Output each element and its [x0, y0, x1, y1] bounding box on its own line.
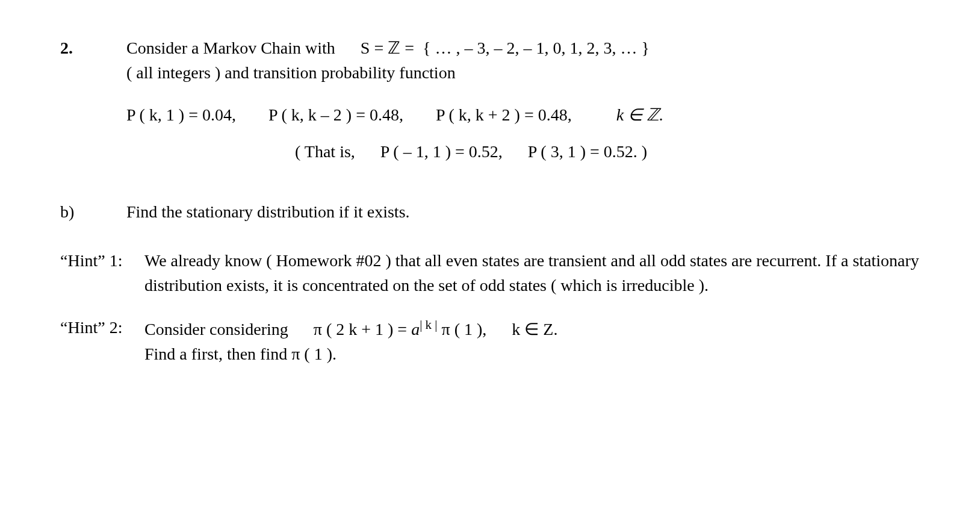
eq-p-k-km2: P ( k, k – 2 ) = 0.48, [268, 105, 403, 124]
eq-p-k-kp2: P ( k, k + 2 ) = 0.48, [436, 105, 572, 124]
hint-1-label: “Hint” 1: [60, 249, 144, 298]
part-b-label: b) [60, 200, 126, 225]
part-b-block: b) Find the stationary distribution if i… [60, 200, 920, 225]
hint-2-line-2: Find a first, then find π ( 1 ). [144, 342, 920, 367]
hint-1-text: We already know ( Homework #02 ) that al… [144, 249, 920, 298]
problem-intro-line-1: Consider a Markov Chain with S = ℤ = { …… [126, 36, 920, 61]
eq-p-k-1: P ( k, 1 ) = 0.04, [126, 105, 236, 124]
problem-body: Consider a Markov Chain with S = ℤ = { …… [126, 36, 920, 176]
part-b-text: Find the stationary distribution if it e… [126, 200, 920, 225]
hint-2-block: “Hint” 2: Consider considering π ( 2 k +… [60, 316, 920, 367]
problem-intro-line-2: ( all integers ) and transition probabil… [126, 61, 920, 86]
problem-number: 2. [60, 36, 126, 176]
transition-note-line: ( That is, P ( – 1, 1 ) = 0.52, P ( 3, 1… [126, 140, 920, 164]
hint-1-block: “Hint” 1: We already know ( Homework #02… [60, 249, 920, 298]
eq-domain: k ∈ ℤ. [616, 105, 663, 124]
hint-2-a: a [411, 320, 420, 338]
hint-2-body: Consider considering π ( 2 k + 1 ) = a| … [144, 316, 920, 367]
hint-2-abs-k-exponent: | k | [420, 317, 437, 332]
hint-2-pre: Consider considering [144, 320, 314, 338]
problem-block: 2. Consider a Markov Chain with S = ℤ = … [60, 36, 920, 176]
hint-2-label: “Hint” 2: [60, 316, 144, 367]
hint-2-line-1: Consider considering π ( 2 k + 1 ) = a| … [144, 316, 920, 342]
transition-equation-line: P ( k, 1 ) = 0.04, P ( k, k – 2 ) = 0.48… [126, 103, 920, 128]
hint-2-pi-rhs: π ( 1 ), k ∈ Z. [438, 320, 558, 338]
hint-2-pi-lhs: π ( 2 k + 1 ) = [314, 320, 411, 338]
